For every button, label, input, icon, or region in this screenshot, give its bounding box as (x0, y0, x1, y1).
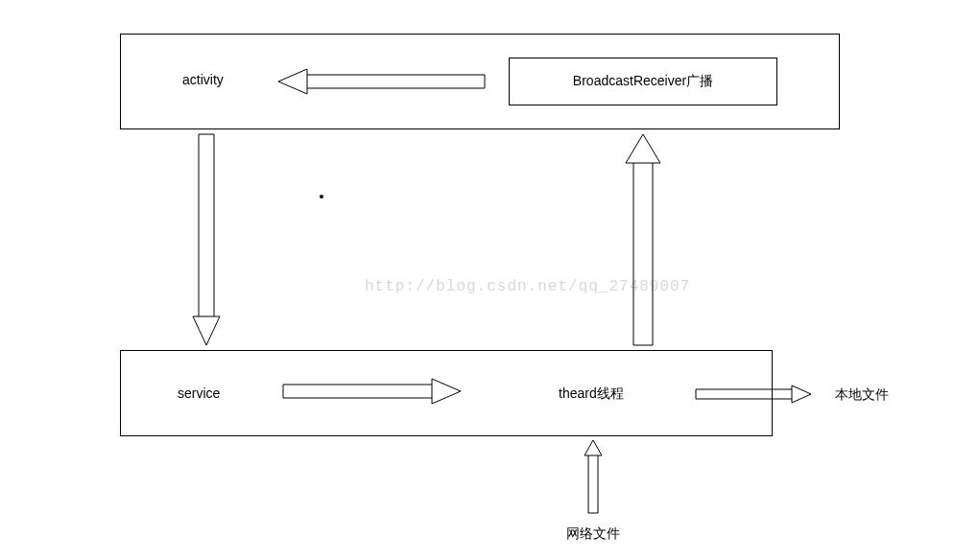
arrow-service-to-thread (278, 377, 470, 406)
arrow-broadcast-to-activity (269, 67, 489, 96)
dot-marker (320, 195, 323, 198)
local-file-label: 本地文件 (835, 386, 889, 404)
activity-label: activity (182, 72, 224, 87)
service-label: service (178, 385, 220, 401)
thread-label: theard线程 (559, 385, 624, 403)
arrow-networkfile-to-thread (581, 436, 606, 518)
broadcast-receiver-label: BroadcastReceiver广播 (573, 73, 713, 90)
network-file-label: 网络文件 (566, 525, 620, 543)
arrow-thread-to-broadcast (619, 129, 667, 350)
arrow-activity-to-service (187, 129, 226, 350)
broadcast-receiver-box: BroadcastReceiver广播 (509, 58, 777, 105)
arrow-thread-to-localfile (691, 384, 816, 407)
